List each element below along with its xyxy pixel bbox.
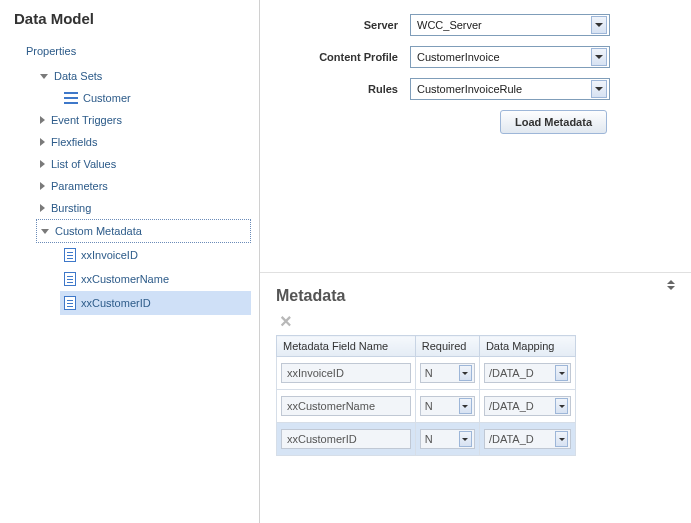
tree-label: xxInvoiceID — [81, 249, 138, 261]
col-header-mapping: Data Mapping — [479, 336, 575, 357]
document-icon — [64, 296, 76, 310]
chevron-down-icon — [459, 365, 472, 381]
metadata-table: Metadata Field Name Required Data Mappin… — [276, 335, 576, 456]
chevron-right-icon — [40, 182, 45, 190]
col-header-name: Metadata Field Name — [277, 336, 416, 357]
chevron-right-icon — [40, 160, 45, 168]
tree-label: Parameters — [51, 180, 108, 192]
chevron-right-icon — [40, 204, 45, 212]
chevron-down-icon — [459, 398, 472, 414]
col-header-required: Required — [415, 336, 479, 357]
tree-root-properties[interactable]: Properties — [8, 41, 251, 65]
tree-label: xxCustomerName — [81, 273, 169, 285]
tree-label: Custom Metadata — [55, 225, 142, 237]
table-row[interactable]: N /DATA_D — [277, 357, 576, 390]
tree-item-parameters[interactable]: Parameters — [36, 175, 251, 197]
tree-item-customer[interactable]: Customer — [60, 87, 251, 109]
tree-item-bursting[interactable]: Bursting — [36, 197, 251, 219]
server-select[interactable]: WCC_Server — [410, 14, 610, 36]
button-row: Load Metadata — [260, 110, 691, 134]
form-row-rules: Rules CustomerInvoiceRule — [260, 78, 691, 100]
profile-select[interactable]: CustomerInvoice — [410, 46, 610, 68]
table-header-row: Metadata Field Name Required Data Mappin… — [277, 336, 576, 357]
tree-item-event-triggers[interactable]: Event Triggers — [36, 109, 251, 131]
tree-item-list-of-values[interactable]: List of Values — [36, 153, 251, 175]
mapping-select[interactable]: /DATA_D — [484, 363, 571, 383]
document-icon — [64, 272, 76, 286]
tree-item-xxcustomername[interactable]: xxCustomerName — [60, 267, 251, 291]
field-name-input[interactable] — [281, 429, 411, 449]
tree-item-flexfields[interactable]: Flexfields — [36, 131, 251, 153]
dataset-icon — [64, 92, 78, 104]
document-icon — [64, 248, 76, 262]
rules-value: CustomerInvoiceRule — [417, 83, 591, 95]
form-row-profile: Content Profile CustomerInvoice — [260, 46, 691, 68]
chevron-down-icon — [591, 80, 607, 98]
profile-value: CustomerInvoice — [417, 51, 591, 63]
mapping-select[interactable]: /DATA_D — [484, 396, 571, 416]
required-select[interactable]: N — [420, 363, 475, 383]
close-icon[interactable]: × — [260, 311, 691, 335]
tree: Properties Data Sets Customer Event Trig… — [0, 41, 259, 315]
table-row[interactable]: N /DATA_D — [277, 390, 576, 423]
chevron-down-icon — [41, 229, 49, 234]
required-select[interactable]: N — [420, 396, 475, 416]
splitter-handle-icon[interactable] — [665, 280, 683, 290]
tree-label: xxCustomerID — [81, 297, 151, 309]
field-name-input[interactable] — [281, 396, 411, 416]
metadata-header: Metadata — [260, 273, 691, 311]
load-metadata-button[interactable]: Load Metadata — [500, 110, 607, 134]
chevron-down-icon — [459, 431, 472, 447]
tree-label: Flexfields — [51, 136, 97, 148]
table-row[interactable]: N /DATA_D — [277, 423, 576, 456]
chevron-down-icon — [555, 398, 568, 414]
required-select[interactable]: N — [420, 429, 475, 449]
tree-label: Bursting — [51, 202, 91, 214]
tree-item-xxinvoiceid[interactable]: xxInvoiceID — [60, 243, 251, 267]
chevron-down-icon — [40, 74, 48, 79]
profile-label: Content Profile — [260, 51, 410, 63]
right-panel: Server WCC_Server Content Profile Custom… — [260, 0, 691, 523]
chevron-down-icon — [555, 365, 568, 381]
mapping-select[interactable]: /DATA_D — [484, 429, 571, 449]
page-title: Data Model — [0, 0, 259, 41]
rules-select[interactable]: CustomerInvoiceRule — [410, 78, 610, 100]
chevron-down-icon — [591, 16, 607, 34]
tree-label: Event Triggers — [51, 114, 122, 126]
chevron-down-icon — [555, 431, 568, 447]
server-value: WCC_Server — [417, 19, 591, 31]
server-label: Server — [260, 19, 410, 31]
chevron-right-icon — [40, 138, 45, 146]
field-name-input[interactable] — [281, 363, 411, 383]
rules-label: Rules — [260, 83, 410, 95]
left-panel: Data Model Properties Data Sets Customer… — [0, 0, 260, 523]
tree-item-custom-metadata[interactable]: Custom Metadata — [36, 219, 251, 243]
tree-label: Data Sets — [54, 70, 102, 82]
tree-label: Customer — [83, 92, 131, 104]
tree-item-data-sets[interactable]: Data Sets — [36, 65, 251, 87]
chevron-right-icon — [40, 116, 45, 124]
form-area: Server WCC_Server Content Profile Custom… — [260, 14, 691, 273]
form-row-server: Server WCC_Server — [260, 14, 691, 36]
chevron-down-icon — [591, 48, 607, 66]
tree-item-xxcustomerid[interactable]: xxCustomerID — [60, 291, 251, 315]
tree-label: List of Values — [51, 158, 116, 170]
